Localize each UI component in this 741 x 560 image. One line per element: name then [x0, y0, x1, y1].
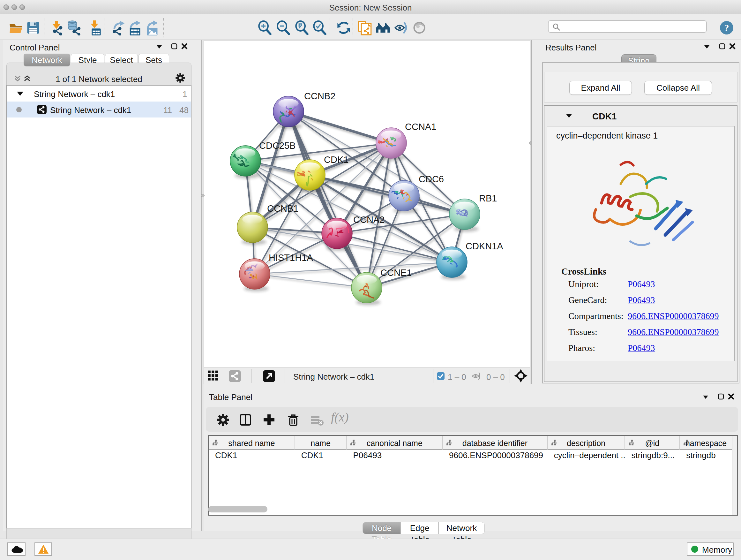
tab-edge-table[interactable]: Edge Table [401, 522, 439, 534]
network-canvas[interactable]: CCNB2CCNA1CDC25BCDK1CDC6RB1CCNB1CCNA2CDK… [204, 40, 530, 367]
tab-network-table[interactable]: Network Table [439, 522, 485, 534]
network-view-toolbar: String Network – cdk1 1 – 0 0 – 0 [204, 367, 530, 384]
show-hide-graphics-icon[interactable] [412, 20, 427, 36]
gene-section-header[interactable]: CDK1 [544, 106, 737, 126]
string-network-icon [37, 105, 47, 114]
crosslink-label: Tissues: [568, 327, 597, 337]
cloud-button[interactable] [7, 543, 25, 556]
table-cell: CDK1 [209, 450, 295, 463]
zoom-out-icon[interactable] [276, 20, 291, 36]
import-table-file-icon[interactable] [87, 20, 102, 36]
export-table-icon[interactable] [127, 20, 142, 36]
panel-close-icon[interactable] [728, 393, 735, 400]
panel-maximize-icon[interactable] [719, 43, 726, 50]
collapse-arrow-icon[interactable] [565, 113, 572, 118]
svg-text:CDC6: CDC6 [419, 174, 444, 184]
control-panel-title: Control Panel [10, 43, 60, 53]
svg-text:CCNE1: CCNE1 [381, 267, 412, 278]
panel-float-icon[interactable] [702, 394, 709, 401]
refresh-icon[interactable] [336, 20, 351, 36]
horizontal-scrollbar[interactable] [208, 506, 267, 512]
tab-network[interactable]: Network [23, 54, 70, 66]
import-network-database-icon[interactable] [66, 20, 82, 36]
warning-button[interactable] [35, 543, 52, 556]
string-view-icon[interactable] [229, 370, 241, 382]
collapse-arrow-icon[interactable] [17, 91, 23, 97]
gene-details: cyclin–dependent kinase 1 [547, 126, 735, 361]
crosslink-link[interactable]: P06493 [628, 295, 655, 305]
panel-float-icon[interactable] [703, 44, 711, 51]
svg-text:CCNB1: CCNB1 [267, 203, 298, 213]
crosslink-label: Uniprot: [568, 279, 599, 289]
network-row-selected[interactable]: String Network – cdk1 11 48 [7, 102, 191, 118]
cloud-icon [11, 545, 23, 553]
gear-icon[interactable] [175, 72, 186, 83]
panel-close-icon[interactable] [729, 43, 736, 50]
column-header[interactable]: namespace [680, 436, 733, 450]
add-icon[interactable] [262, 413, 276, 427]
crosslink-label: Compartments: [568, 311, 623, 321]
network-collection-row[interactable]: String Network – cdk1 1 [7, 85, 191, 102]
table-row[interactable]: CDK1CDK1P064939606.ENSP00000378699cyclin… [209, 450, 733, 463]
table-cell: stringdb [680, 450, 733, 463]
collapse-all-button[interactable]: Collapse All [644, 81, 712, 95]
memory-button[interactable]: Memory [687, 543, 734, 556]
save-session-icon[interactable] [25, 20, 41, 36]
search-icon [552, 23, 561, 31]
copy-icon[interactable] [357, 20, 373, 36]
selected-checkbox-icon[interactable] [437, 372, 445, 380]
zoom-fit-icon[interactable] [294, 20, 310, 36]
gear-icon[interactable] [216, 413, 230, 427]
table-cell: stringdb:9... [625, 450, 680, 463]
home-layout-icon[interactable] [375, 20, 391, 36]
panel-maximize-icon[interactable] [718, 393, 724, 400]
crosslink-link[interactable]: P06493 [628, 343, 655, 353]
import-network-file-icon[interactable] [49, 20, 64, 36]
crosshair-icon[interactable] [514, 369, 528, 382]
toolbar-separator [353, 18, 353, 37]
hide-unhide-icon[interactable] [394, 20, 409, 36]
column-header-label: shared name [209, 439, 294, 448]
export-network-icon[interactable] [110, 20, 125, 36]
crosslink-link[interactable]: P06493 [628, 279, 655, 289]
help-icon[interactable]: ? [720, 21, 734, 35]
vertical-scrollbar[interactable] [732, 436, 737, 515]
svg-text:CCNB2: CCNB2 [304, 91, 335, 101]
panel-float-icon[interactable] [156, 44, 163, 51]
expand-all-button[interactable]: Expand All [569, 81, 632, 95]
column-header[interactable]: name [295, 436, 347, 450]
crosslink-link[interactable]: 9606.ENSP00000378699 [628, 311, 719, 321]
column-header[interactable]: @id [625, 436, 680, 450]
crosslinks-title: CrossLinks [561, 266, 606, 277]
status-bar: Memory [0, 539, 741, 560]
tab-node-table[interactable]: Node Table [362, 522, 401, 534]
panel-close-icon[interactable] [181, 43, 188, 50]
grid-view-icon[interactable] [207, 370, 219, 381]
svg-text:CDK1: CDK1 [324, 154, 348, 165]
column-header[interactable]: canonical name [347, 436, 443, 450]
control-panel: Control Panel Network Network Style Sele… [3, 40, 202, 531]
separator [510, 369, 510, 383]
column-header[interactable]: description [548, 436, 625, 450]
delete-icon[interactable] [286, 413, 300, 427]
table-panel: Table Panel f(x) shared namenamecanonica… [204, 384, 741, 531]
crosslink-link[interactable]: 9606.ENSP00000378699 [628, 327, 719, 337]
zoom-in-icon[interactable] [257, 20, 273, 36]
delete-table-icon[interactable] [310, 413, 324, 427]
column-header[interactable]: shared name [209, 436, 295, 450]
zoom-selected-icon[interactable] [312, 20, 327, 36]
open-in-window-icon[interactable] [263, 370, 275, 382]
memory-status-dot [691, 546, 698, 553]
splitter-handle-left[interactable] [201, 194, 205, 197]
open-session-icon[interactable] [8, 20, 23, 36]
search-input[interactable] [548, 20, 707, 33]
function-builder-icon[interactable]: f(x) [331, 410, 349, 425]
hidden-count: 0 – 0 [486, 372, 505, 382]
table-cell: P06493 [347, 450, 443, 463]
export-image-icon[interactable] [144, 20, 159, 36]
protein-structure-image [583, 145, 700, 260]
column-header[interactable]: database identifier [443, 436, 548, 450]
columns-icon[interactable] [239, 413, 253, 427]
panel-maximize-icon[interactable] [171, 43, 178, 50]
separator [468, 369, 468, 383]
